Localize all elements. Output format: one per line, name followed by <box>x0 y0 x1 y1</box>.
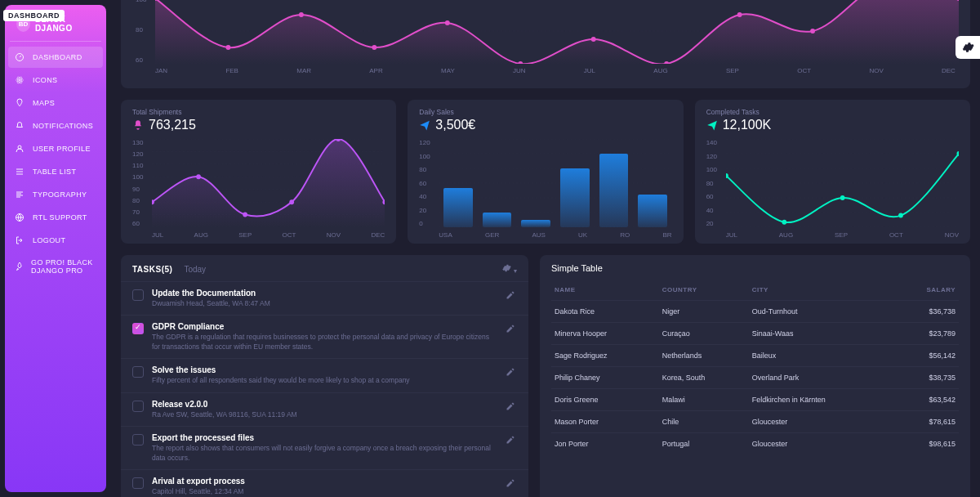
sidebar-item-go-pro-black-django-pro[interactable]: GO PRO! BLACK DJANGO PRO <box>8 253 103 280</box>
sidebar-item-label: GO PRO! BLACK DJANGO PRO <box>31 258 96 275</box>
task-checkbox[interactable] <box>132 289 144 301</box>
tasks-card: TASKS(5) Today ▾ Update the Documentatio… <box>121 255 528 497</box>
tasks-tab-today[interactable]: Today <box>184 265 206 274</box>
task-title: Update the Documentation <box>152 289 497 298</box>
sidebar-item-label: ICONS <box>33 76 58 84</box>
sidebar-item-label: LOGOUT <box>33 236 65 244</box>
tasks-menu-button[interactable]: ▾ <box>501 263 517 275</box>
sidebar-item-typography[interactable]: TYPOGRAPHY <box>8 184 103 205</box>
card-subtitle: Total Shipments <box>132 108 385 116</box>
sidebar-item-notifications[interactable]: NOTIFICATIONS <box>8 115 103 137</box>
task-edit-button[interactable] <box>506 401 517 411</box>
sidebar-item-logout[interactable]: LOGOUT <box>8 230 103 251</box>
rocket-icon <box>15 262 24 271</box>
task-row: Solve the issuesFifty percent of all res… <box>121 358 528 392</box>
atom-icon <box>15 75 26 85</box>
shipments-value: 763,215 <box>149 118 196 132</box>
globe-icon <box>15 213 26 222</box>
task-row: Arival at export processCapitol Hill, Se… <box>121 469 528 497</box>
svg-point-20 <box>810 29 815 34</box>
svg-point-14 <box>372 45 376 50</box>
task-title: GDPR Compliance <box>152 322 497 331</box>
svg-point-19 <box>737 12 742 17</box>
svg-point-17 <box>591 37 596 42</box>
sidebar-item-maps[interactable]: MAPS <box>8 92 103 114</box>
bar <box>483 213 512 227</box>
gear-icon <box>501 263 511 273</box>
bar <box>443 188 473 227</box>
task-row: Export the processed filesThe report als… <box>121 426 528 469</box>
pin-icon <box>15 98 26 108</box>
task-edit-button[interactable] <box>506 290 517 300</box>
simple-table-card: Simple Table NAME COUNTRY CITY SALARY Da… <box>540 255 970 497</box>
table-title: Simple Table <box>551 263 959 273</box>
logout-icon <box>15 235 26 245</box>
svg-point-15 <box>445 20 450 25</box>
task-checkbox[interactable] <box>132 323 144 334</box>
task-edit-button[interactable] <box>506 324 517 334</box>
tasks-value: 12,100K <box>723 118 772 132</box>
simple-table: NAME COUNTRY CITY SALARY Dakota RiceNige… <box>551 280 959 454</box>
svg-point-54 <box>898 213 903 218</box>
task-title: Export the processed files <box>152 433 497 442</box>
hero-chart-svg <box>155 0 959 64</box>
task-checkbox[interactable] <box>132 477 144 489</box>
sidebar-item-label: MAPS <box>33 99 55 107</box>
sidebar-item-label: TYPOGRAPHY <box>33 190 87 199</box>
tasks-tab-active[interactable]: TASKS(5) <box>132 265 172 274</box>
svg-point-33 <box>243 213 247 217</box>
table-row: Doris GreeneMalawiFeldkirchen in Kärnten… <box>551 389 959 411</box>
send-icon <box>706 119 718 131</box>
task-subtitle: Capitol Hill, Seattle, 12:34 AM <box>152 487 497 496</box>
task-title: Arival at export process <box>152 477 497 486</box>
svg-point-18 <box>664 61 669 64</box>
sidebar-item-user-profile[interactable]: USER PROFILE <box>8 138 103 159</box>
th-name: NAME <box>551 280 659 301</box>
sidebar-item-label: RTL SUPPORT <box>33 213 87 222</box>
table-row: Dakota RiceNigerOud-Turnhout$36,738 <box>551 301 959 323</box>
task-edit-button[interactable] <box>506 435 517 445</box>
task-checkbox[interactable] <box>132 401 144 412</box>
task-subtitle: Fifty percent of all respondents said th… <box>152 376 497 385</box>
svg-point-52 <box>782 220 786 225</box>
task-list: Update the DocumentationDwuamish Head, S… <box>121 281 528 497</box>
svg-point-34 <box>289 199 294 204</box>
svg-point-5 <box>18 146 21 149</box>
th-salary: SALARY <box>894 280 959 301</box>
svg-point-53 <box>840 195 844 200</box>
task-title: Solve the issues <box>152 365 497 374</box>
task-edit-button[interactable] <box>506 367 517 377</box>
svg-point-16 <box>518 61 523 64</box>
settings-gear-button[interactable] <box>956 36 980 59</box>
card-subtitle: Daily Sales <box>419 108 671 116</box>
gear-icon <box>961 41 974 54</box>
table-row: Sage RodriguezNetherlandsBaileux$56,142 <box>551 345 959 367</box>
bell-icon <box>15 121 26 131</box>
task-subtitle: Ra Ave SW, Seattle, WA 98116, SUA 11:19 … <box>152 410 497 419</box>
task-row: GDPR ComplianceThe GDPR is a regulation … <box>121 315 528 358</box>
task-subtitle: The GDPR is a regulation that requires b… <box>152 333 497 351</box>
task-row: Release v2.0.0Ra Ave SW, Seattle, WA 981… <box>121 392 528 426</box>
svg-point-32 <box>196 174 201 179</box>
bar <box>638 195 667 228</box>
svg-point-13 <box>299 12 304 17</box>
sidebar-item-rtl-support[interactable]: RTL SUPPORT <box>8 207 103 228</box>
task-checkbox[interactable] <box>132 366 144 378</box>
sidebar-item-table-list[interactable]: TABLE LIST <box>8 161 103 182</box>
task-checkbox[interactable] <box>132 434 144 446</box>
table-row: Minerva HooperCuraçaoSinaai-Waas$23,789 <box>551 323 959 345</box>
gauge-icon <box>15 52 26 62</box>
align-icon <box>15 190 26 199</box>
task-edit-button[interactable] <box>506 478 517 488</box>
bell-icon <box>132 119 144 131</box>
sidebar-item-label: USER PROFILE <box>33 145 91 153</box>
sales-value: 3,500€ <box>435 118 475 132</box>
sidebar-item-label: DASHBOARD <box>33 53 82 61</box>
task-subtitle: The report also shows that consumers wil… <box>152 444 497 463</box>
shipments-hero-chart-card: 1201008060 JANFEBMARAPRMAYJUNJULAUGSEPOC… <box>121 0 970 88</box>
sidebar-item-icons[interactable]: ICONS <box>8 69 103 91</box>
sidebar-item-dashboard[interactable]: DASHBOARD <box>8 47 103 68</box>
main: 1201008060 JANFEBMARAPRMAYJUNJULAUGSEPOC… <box>111 0 980 497</box>
svg-point-1 <box>19 79 20 81</box>
nav: DASHBOARDICONSMAPSNOTIFICATIONSUSER PROF… <box>5 42 106 285</box>
